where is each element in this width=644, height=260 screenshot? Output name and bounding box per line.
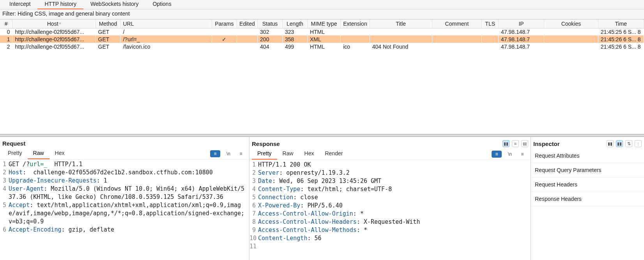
- tab-intercept[interactable]: Intercept: [2, 0, 37, 9]
- request-panel: Request Pretty Raw Hex ≡ \n ≡ 1GET /?url…: [0, 137, 249, 260]
- response-tab-render[interactable]: Render: [320, 149, 349, 160]
- col-cookies[interactable]: Cookies: [544, 19, 598, 28]
- inspector-title: Inspector: [533, 141, 560, 147]
- layout-tabs-icon[interactable]: ▤: [521, 140, 528, 147]
- response-actions-icon[interactable]: ≡: [492, 151, 502, 158]
- inspector-response-headers[interactable]: Response Headers: [531, 192, 644, 206]
- response-newline-icon[interactable]: \n: [506, 151, 514, 158]
- inspector-layout-a-icon[interactable]: ▮▮: [607, 140, 614, 147]
- inspector-request-query[interactable]: Request Query Parameters: [531, 163, 644, 177]
- request-tab-pretty[interactable]: Pretty: [2, 148, 28, 159]
- col-length[interactable]: Length: [282, 19, 307, 28]
- response-tab-pretty[interactable]: Pretty: [252, 149, 277, 160]
- sort-asc-icon: ^: [59, 22, 61, 26]
- inspector-layout-b-icon[interactable]: ▮▮: [616, 140, 623, 147]
- inspector-collapse-icon[interactable]: ⇅: [625, 140, 632, 147]
- col-params[interactable]: Params: [212, 19, 237, 28]
- response-tab-hex[interactable]: Hex: [299, 149, 320, 160]
- inspector-panel: Inspector ▮▮ ▮▮ ⇅ : Request Attributes R…: [531, 137, 644, 260]
- request-newline-icon[interactable]: \n: [224, 150, 233, 157]
- request-actions-icon[interactable]: ≡: [210, 150, 220, 157]
- request-tab-raw[interactable]: Raw: [28, 148, 50, 159]
- col-ext[interactable]: Extension: [341, 19, 370, 28]
- request-menu-icon[interactable]: ≡: [237, 150, 245, 157]
- main-tabs: Intercept HTTP history WebSockets histor…: [0, 0, 644, 9]
- col-url[interactable]: URL: [120, 19, 212, 28]
- history-table-header[interactable]: # Host^ Method URL Params Edited Status …: [0, 19, 644, 28]
- request-title: Request: [2, 140, 25, 147]
- col-method[interactable]: Method: [96, 19, 120, 28]
- request-tab-hex[interactable]: Hex: [50, 148, 70, 159]
- response-tab-raw[interactable]: Raw: [277, 149, 299, 160]
- history-table: # Host^ Method URL Params Edited Status …: [0, 19, 644, 50]
- response-body[interactable]: 1HTTP/1.1 200 OK2Server: openresty/1.19.…: [249, 160, 531, 260]
- filter-bar[interactable]: Filter: Hiding CSS, image and general bi…: [0, 9, 644, 19]
- tab-http-history[interactable]: HTTP history: [37, 0, 83, 9]
- col-tls[interactable]: TLS: [482, 19, 499, 28]
- col-mime[interactable]: MIME type: [307, 19, 340, 28]
- col-title[interactable]: Title: [370, 19, 432, 28]
- layout-columns-icon[interactable]: ▮▮: [502, 140, 510, 147]
- col-status[interactable]: Status: [258, 19, 283, 28]
- inspector-request-headers[interactable]: Request Headers: [531, 177, 644, 192]
- response-panel: Response ▮▮ ≡ ▤ Pretty Raw Hex Render ≡ …: [249, 137, 531, 260]
- layout-rows-icon[interactable]: ≡: [512, 140, 519, 147]
- response-title: Response: [252, 141, 280, 147]
- table-row[interactable]: 0http://challenge-02f055d67...GET/302323…: [0, 28, 644, 35]
- col-num[interactable]: #: [0, 19, 12, 28]
- table-row[interactable]: 2http://challenge-02f055d67...GET/favico…: [0, 43, 644, 50]
- col-edited[interactable]: Edited: [237, 19, 257, 28]
- inspector-request-attributes[interactable]: Request Attributes: [531, 149, 644, 163]
- response-menu-icon[interactable]: ≡: [518, 151, 527, 158]
- tab-ws-history[interactable]: WebSockets history: [83, 0, 145, 9]
- history-table-region: # Host^ Method URL Params Edited Status …: [0, 19, 644, 134]
- col-host[interactable]: Host^: [12, 19, 96, 28]
- col-comment[interactable]: Comment: [432, 19, 482, 28]
- col-ip[interactable]: IP: [498, 19, 544, 28]
- col-time[interactable]: Time: [598, 19, 644, 28]
- request-body[interactable]: 1GET /?url=_ HTTP/1.12Host: challenge-02…: [0, 160, 249, 260]
- inspector-settings-icon[interactable]: :: [635, 140, 642, 147]
- table-row[interactable]: 1http://challenge-02f055d67...GET/?url=_…: [0, 35, 644, 43]
- tab-options[interactable]: Options: [145, 0, 178, 9]
